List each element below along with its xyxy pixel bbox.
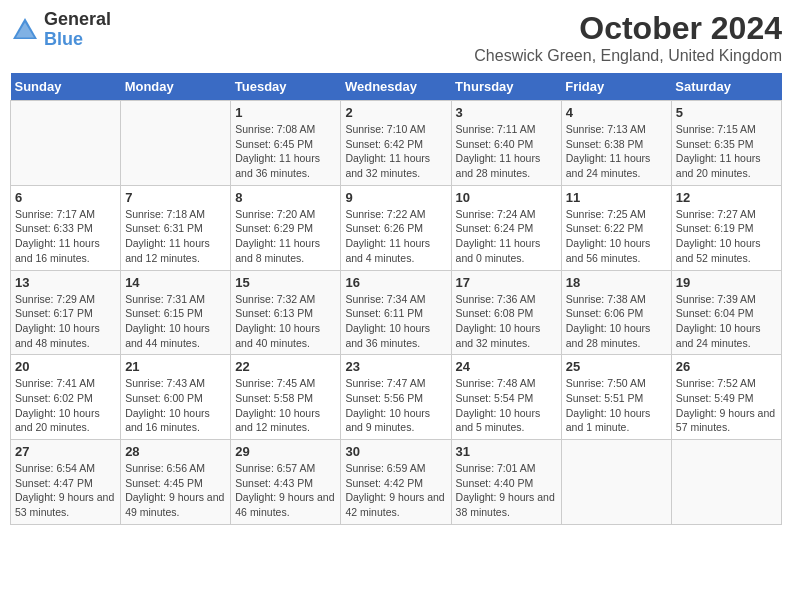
- calendar-week-row: 20Sunrise: 7:41 AM Sunset: 6:02 PM Dayli…: [11, 355, 782, 440]
- calendar-cell: 24Sunrise: 7:48 AM Sunset: 5:54 PM Dayli…: [451, 355, 561, 440]
- col-header-friday: Friday: [561, 73, 671, 101]
- day-number: 22: [235, 359, 336, 374]
- calendar-week-row: 1Sunrise: 7:08 AM Sunset: 6:45 PM Daylig…: [11, 101, 782, 186]
- logo-text-general: General: [44, 9, 111, 29]
- calendar-cell: 2Sunrise: 7:10 AM Sunset: 6:42 PM Daylig…: [341, 101, 451, 186]
- day-number: 15: [235, 275, 336, 290]
- day-number: 9: [345, 190, 446, 205]
- day-number: 23: [345, 359, 446, 374]
- calendar-cell: 18Sunrise: 7:38 AM Sunset: 6:06 PM Dayli…: [561, 270, 671, 355]
- day-number: 25: [566, 359, 667, 374]
- day-number: 27: [15, 444, 116, 459]
- title-section: October 2024 Cheswick Green, England, Un…: [474, 10, 782, 65]
- cell-content: Sunrise: 6:56 AM Sunset: 4:45 PM Dayligh…: [125, 461, 226, 520]
- calendar-cell: 10Sunrise: 7:24 AM Sunset: 6:24 PM Dayli…: [451, 185, 561, 270]
- calendar-cell: 4Sunrise: 7:13 AM Sunset: 6:38 PM Daylig…: [561, 101, 671, 186]
- main-title: October 2024: [474, 10, 782, 47]
- cell-content: Sunrise: 7:36 AM Sunset: 6:08 PM Dayligh…: [456, 292, 557, 351]
- cell-content: Sunrise: 7:10 AM Sunset: 6:42 PM Dayligh…: [345, 122, 446, 181]
- calendar-cell: 26Sunrise: 7:52 AM Sunset: 5:49 PM Dayli…: [671, 355, 781, 440]
- calendar-cell: [671, 440, 781, 525]
- day-number: 14: [125, 275, 226, 290]
- calendar-cell: 5Sunrise: 7:15 AM Sunset: 6:35 PM Daylig…: [671, 101, 781, 186]
- calendar-cell: 23Sunrise: 7:47 AM Sunset: 5:56 PM Dayli…: [341, 355, 451, 440]
- cell-content: Sunrise: 7:18 AM Sunset: 6:31 PM Dayligh…: [125, 207, 226, 266]
- day-number: 4: [566, 105, 667, 120]
- logo-icon: [10, 15, 40, 45]
- day-number: 28: [125, 444, 226, 459]
- calendar-cell: 3Sunrise: 7:11 AM Sunset: 6:40 PM Daylig…: [451, 101, 561, 186]
- col-header-tuesday: Tuesday: [231, 73, 341, 101]
- calendar-week-row: 13Sunrise: 7:29 AM Sunset: 6:17 PM Dayli…: [11, 270, 782, 355]
- day-number: 21: [125, 359, 226, 374]
- cell-content: Sunrise: 7:25 AM Sunset: 6:22 PM Dayligh…: [566, 207, 667, 266]
- calendar-cell: 16Sunrise: 7:34 AM Sunset: 6:11 PM Dayli…: [341, 270, 451, 355]
- calendar-cell: 9Sunrise: 7:22 AM Sunset: 6:26 PM Daylig…: [341, 185, 451, 270]
- day-number: 11: [566, 190, 667, 205]
- cell-content: Sunrise: 7:52 AM Sunset: 5:49 PM Dayligh…: [676, 376, 777, 435]
- day-number: 16: [345, 275, 446, 290]
- cell-content: Sunrise: 7:17 AM Sunset: 6:33 PM Dayligh…: [15, 207, 116, 266]
- day-number: 5: [676, 105, 777, 120]
- cell-content: Sunrise: 7:43 AM Sunset: 6:00 PM Dayligh…: [125, 376, 226, 435]
- cell-content: Sunrise: 7:32 AM Sunset: 6:13 PM Dayligh…: [235, 292, 336, 351]
- day-number: 10: [456, 190, 557, 205]
- cell-content: Sunrise: 7:38 AM Sunset: 6:06 PM Dayligh…: [566, 292, 667, 351]
- cell-content: Sunrise: 7:50 AM Sunset: 5:51 PM Dayligh…: [566, 376, 667, 435]
- calendar-cell: [121, 101, 231, 186]
- calendar-cell: [11, 101, 121, 186]
- calendar-cell: 22Sunrise: 7:45 AM Sunset: 5:58 PM Dayli…: [231, 355, 341, 440]
- calendar-cell: 20Sunrise: 7:41 AM Sunset: 6:02 PM Dayli…: [11, 355, 121, 440]
- cell-content: Sunrise: 7:39 AM Sunset: 6:04 PM Dayligh…: [676, 292, 777, 351]
- calendar-cell: 28Sunrise: 6:56 AM Sunset: 4:45 PM Dayli…: [121, 440, 231, 525]
- cell-content: Sunrise: 7:41 AM Sunset: 6:02 PM Dayligh…: [15, 376, 116, 435]
- calendar-cell: 30Sunrise: 6:59 AM Sunset: 4:42 PM Dayli…: [341, 440, 451, 525]
- cell-content: Sunrise: 7:48 AM Sunset: 5:54 PM Dayligh…: [456, 376, 557, 435]
- cell-content: Sunrise: 6:59 AM Sunset: 4:42 PM Dayligh…: [345, 461, 446, 520]
- calendar-cell: [561, 440, 671, 525]
- col-header-thursday: Thursday: [451, 73, 561, 101]
- calendar-cell: 15Sunrise: 7:32 AM Sunset: 6:13 PM Dayli…: [231, 270, 341, 355]
- day-number: 2: [345, 105, 446, 120]
- cell-content: Sunrise: 7:31 AM Sunset: 6:15 PM Dayligh…: [125, 292, 226, 351]
- cell-content: Sunrise: 7:29 AM Sunset: 6:17 PM Dayligh…: [15, 292, 116, 351]
- calendar-cell: 29Sunrise: 6:57 AM Sunset: 4:43 PM Dayli…: [231, 440, 341, 525]
- day-number: 8: [235, 190, 336, 205]
- cell-content: Sunrise: 7:13 AM Sunset: 6:38 PM Dayligh…: [566, 122, 667, 181]
- day-number: 18: [566, 275, 667, 290]
- cell-content: Sunrise: 7:45 AM Sunset: 5:58 PM Dayligh…: [235, 376, 336, 435]
- calendar-cell: 25Sunrise: 7:50 AM Sunset: 5:51 PM Dayli…: [561, 355, 671, 440]
- day-number: 31: [456, 444, 557, 459]
- col-header-wednesday: Wednesday: [341, 73, 451, 101]
- calendar-cell: 27Sunrise: 6:54 AM Sunset: 4:47 PM Dayli…: [11, 440, 121, 525]
- day-number: 7: [125, 190, 226, 205]
- day-number: 17: [456, 275, 557, 290]
- day-number: 29: [235, 444, 336, 459]
- cell-content: Sunrise: 7:11 AM Sunset: 6:40 PM Dayligh…: [456, 122, 557, 181]
- calendar-cell: 19Sunrise: 7:39 AM Sunset: 6:04 PM Dayli…: [671, 270, 781, 355]
- day-number: 30: [345, 444, 446, 459]
- day-number: 20: [15, 359, 116, 374]
- calendar-cell: 31Sunrise: 7:01 AM Sunset: 4:40 PM Dayli…: [451, 440, 561, 525]
- cell-content: Sunrise: 6:57 AM Sunset: 4:43 PM Dayligh…: [235, 461, 336, 520]
- day-number: 12: [676, 190, 777, 205]
- col-header-saturday: Saturday: [671, 73, 781, 101]
- logo-text-blue: Blue: [44, 29, 83, 49]
- day-number: 13: [15, 275, 116, 290]
- day-number: 24: [456, 359, 557, 374]
- calendar-cell: 21Sunrise: 7:43 AM Sunset: 6:00 PM Dayli…: [121, 355, 231, 440]
- cell-content: Sunrise: 7:08 AM Sunset: 6:45 PM Dayligh…: [235, 122, 336, 181]
- col-header-monday: Monday: [121, 73, 231, 101]
- calendar-week-row: 6Sunrise: 7:17 AM Sunset: 6:33 PM Daylig…: [11, 185, 782, 270]
- calendar-cell: 7Sunrise: 7:18 AM Sunset: 6:31 PM Daylig…: [121, 185, 231, 270]
- calendar-header-row: SundayMondayTuesdayWednesdayThursdayFrid…: [11, 73, 782, 101]
- day-number: 1: [235, 105, 336, 120]
- calendar-cell: 8Sunrise: 7:20 AM Sunset: 6:29 PM Daylig…: [231, 185, 341, 270]
- day-number: 6: [15, 190, 116, 205]
- day-number: 26: [676, 359, 777, 374]
- calendar-cell: 17Sunrise: 7:36 AM Sunset: 6:08 PM Dayli…: [451, 270, 561, 355]
- subtitle: Cheswick Green, England, United Kingdom: [474, 47, 782, 65]
- calendar-cell: 6Sunrise: 7:17 AM Sunset: 6:33 PM Daylig…: [11, 185, 121, 270]
- col-header-sunday: Sunday: [11, 73, 121, 101]
- calendar-week-row: 27Sunrise: 6:54 AM Sunset: 4:47 PM Dayli…: [11, 440, 782, 525]
